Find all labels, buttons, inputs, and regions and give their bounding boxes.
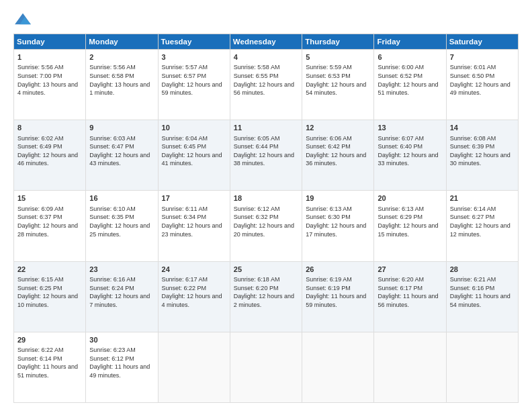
- header: [13, 12, 519, 27]
- daylight-line: Daylight: 12 hours and 49 minutes.: [450, 81, 511, 97]
- day-number: 10: [162, 123, 226, 133]
- sunrise-line: Sunrise: 6:21 AM: [450, 276, 496, 283]
- sunrise-line: Sunrise: 6:17 AM: [162, 276, 208, 283]
- sunset-line: Sunset: 6:27 PM: [450, 214, 495, 220]
- sunset-line: Sunset: 6:29 PM: [378, 214, 423, 220]
- sunset-line: Sunset: 6:57 PM: [162, 73, 207, 79]
- sunrise-line: Sunrise: 6:12 AM: [234, 205, 280, 212]
- sunset-line: Sunset: 6:24 PM: [89, 285, 134, 291]
- sunrise-line: Sunrise: 5:58 AM: [234, 64, 280, 71]
- sunset-line: Sunset: 6:58 PM: [89, 73, 134, 79]
- sunset-line: Sunset: 6:53 PM: [306, 73, 351, 79]
- daylight-line: Daylight: 12 hours and 7 minutes.: [89, 293, 150, 308]
- sunset-line: Sunset: 6:30 PM: [306, 214, 351, 220]
- sunrise-line: Sunrise: 6:10 AM: [89, 205, 136, 212]
- calendar-table: SundayMondayTuesdayWednesdayThursdayFrid…: [13, 34, 519, 403]
- sunrise-line: Sunrise: 5:56 AM: [17, 64, 64, 71]
- sunset-line: Sunset: 6:55 PM: [234, 73, 279, 79]
- daylight-line: Daylight: 12 hours and 20 minutes.: [234, 222, 294, 238]
- day-number: 7: [450, 52, 515, 62]
- calendar-cell: [446, 332, 518, 402]
- calendar-cell: 10Sunrise: 6:04 AMSunset: 6:45 PMDayligh…: [158, 120, 230, 191]
- daylight-line: Daylight: 12 hours and 59 minutes.: [162, 81, 222, 97]
- sunset-line: Sunset: 6:37 PM: [17, 214, 62, 220]
- daylight-line: Daylight: 11 hours and 51 minutes.: [17, 363, 78, 379]
- sunrise-line: Sunrise: 6:06 AM: [306, 135, 352, 142]
- daylight-line: Daylight: 12 hours and 51 minutes.: [378, 81, 438, 97]
- day-number: 2: [89, 52, 154, 62]
- sunrise-line: Sunrise: 6:05 AM: [234, 135, 280, 142]
- daylight-line: Daylight: 12 hours and 56 minutes.: [234, 81, 294, 97]
- sunset-line: Sunset: 6:49 PM: [17, 143, 62, 150]
- day-number: 3: [162, 52, 226, 62]
- sunrise-line: Sunrise: 6:23 AM: [89, 347, 136, 353]
- daylight-line: Daylight: 12 hours and 28 minutes.: [17, 222, 78, 238]
- week-row-5: 29Sunrise: 6:22 AMSunset: 6:14 PMDayligh…: [14, 332, 519, 402]
- sunrise-line: Sunrise: 6:04 AM: [162, 135, 208, 142]
- calendar-cell: 29Sunrise: 6:22 AMSunset: 6:14 PMDayligh…: [14, 332, 86, 402]
- day-number: 24: [162, 265, 226, 275]
- sunset-line: Sunset: 7:00 PM: [17, 73, 62, 79]
- col-header-monday: Monday: [86, 34, 158, 50]
- calendar-cell: [230, 332, 302, 402]
- day-number: 19: [306, 193, 370, 203]
- daylight-line: Daylight: 12 hours and 41 minutes.: [162, 152, 222, 167]
- calendar-cell: 12Sunrise: 6:06 AMSunset: 6:42 PMDayligh…: [302, 120, 374, 191]
- day-number: 22: [17, 265, 82, 275]
- sunset-line: Sunset: 6:42 PM: [306, 143, 351, 150]
- sunrise-line: Sunrise: 6:16 AM: [89, 276, 136, 283]
- day-number: 14: [450, 123, 515, 133]
- calendar-cell: [158, 332, 230, 402]
- sunset-line: Sunset: 6:50 PM: [450, 73, 495, 79]
- calendar-cell: 26Sunrise: 6:19 AMSunset: 6:19 PMDayligh…: [302, 261, 374, 332]
- calendar-cell: 15Sunrise: 6:09 AMSunset: 6:37 PMDayligh…: [14, 191, 86, 261]
- daylight-line: Daylight: 12 hours and 12 minutes.: [450, 222, 511, 238]
- week-row-4: 22Sunrise: 6:15 AMSunset: 6:25 PMDayligh…: [14, 261, 519, 332]
- sunset-line: Sunset: 6:45 PM: [162, 143, 207, 150]
- sunset-line: Sunset: 6:22 PM: [162, 285, 207, 291]
- header-row: SundayMondayTuesdayWednesdayThursdayFrid…: [14, 34, 519, 50]
- calendar-cell: 21Sunrise: 6:14 AMSunset: 6:27 PMDayligh…: [446, 191, 518, 261]
- calendar-cell: 25Sunrise: 6:18 AMSunset: 6:20 PMDayligh…: [230, 261, 302, 332]
- daylight-line: Daylight: 12 hours and 38 minutes.: [234, 152, 294, 167]
- day-number: 20: [378, 193, 442, 203]
- calendar-cell: 24Sunrise: 6:17 AMSunset: 6:22 PMDayligh…: [158, 261, 230, 332]
- day-number: 23: [89, 265, 154, 275]
- day-number: 15: [17, 193, 82, 203]
- sunset-line: Sunset: 6:12 PM: [89, 355, 134, 362]
- sunset-line: Sunset: 6:32 PM: [234, 214, 279, 220]
- sunset-line: Sunset: 6:25 PM: [17, 285, 62, 291]
- daylight-line: Daylight: 12 hours and 15 minutes.: [378, 222, 438, 238]
- day-number: 21: [450, 193, 515, 203]
- calendar-cell: [302, 332, 374, 402]
- day-number: 5: [306, 52, 370, 62]
- sunrise-line: Sunrise: 6:18 AM: [234, 276, 280, 283]
- sunset-line: Sunset: 6:35 PM: [89, 214, 134, 220]
- daylight-line: Daylight: 12 hours and 25 minutes.: [89, 222, 150, 238]
- logo: [13, 12, 35, 27]
- sunset-line: Sunset: 6:17 PM: [378, 285, 423, 291]
- sunset-line: Sunset: 6:47 PM: [89, 143, 134, 150]
- daylight-line: Daylight: 12 hours and 54 minutes.: [306, 81, 366, 97]
- day-number: 12: [306, 123, 370, 133]
- calendar-cell: 9Sunrise: 6:03 AMSunset: 6:47 PMDaylight…: [86, 120, 158, 191]
- daylight-line: Daylight: 12 hours and 46 minutes.: [17, 152, 78, 167]
- calendar-cell: 18Sunrise: 6:12 AMSunset: 6:32 PMDayligh…: [230, 191, 302, 261]
- sunset-line: Sunset: 6:16 PM: [450, 285, 495, 291]
- day-number: 18: [234, 193, 298, 203]
- daylight-line: Daylight: 13 hours and 4 minutes.: [17, 81, 78, 97]
- daylight-line: Daylight: 11 hours and 49 minutes.: [89, 363, 150, 379]
- day-number: 9: [89, 123, 154, 133]
- col-header-wednesday: Wednesday: [230, 34, 302, 50]
- sunrise-line: Sunrise: 5:59 AM: [306, 64, 352, 71]
- col-header-tuesday: Tuesday: [158, 34, 230, 50]
- day-number: 4: [234, 52, 298, 62]
- sunrise-line: Sunrise: 6:22 AM: [17, 347, 64, 353]
- week-row-1: 1Sunrise: 5:56 AMSunset: 7:00 PMDaylight…: [14, 50, 519, 120]
- calendar-cell: 8Sunrise: 6:02 AMSunset: 6:49 PMDaylight…: [14, 120, 86, 191]
- sunrise-line: Sunrise: 6:09 AM: [17, 205, 64, 212]
- day-number: 1: [17, 52, 82, 62]
- calendar-cell: 22Sunrise: 6:15 AMSunset: 6:25 PMDayligh…: [14, 261, 86, 332]
- calendar-cell: 30Sunrise: 6:23 AMSunset: 6:12 PMDayligh…: [86, 332, 158, 402]
- calendar-cell: 28Sunrise: 6:21 AMSunset: 6:16 PMDayligh…: [446, 261, 518, 332]
